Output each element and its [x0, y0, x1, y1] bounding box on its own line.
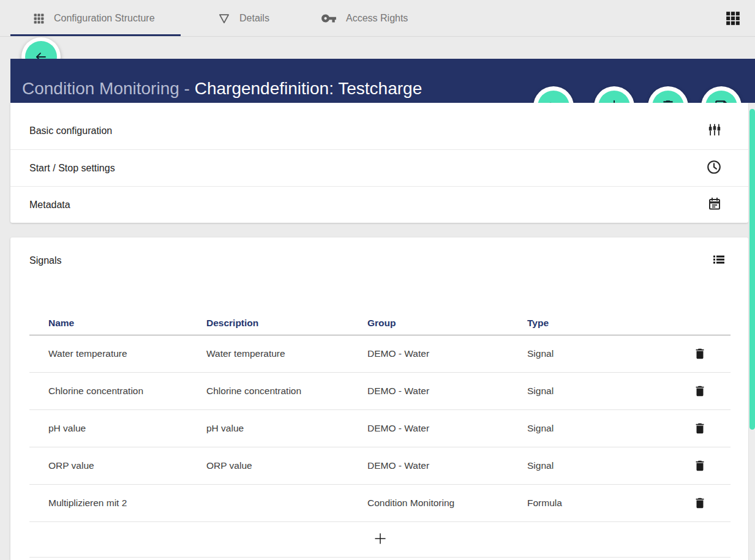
cell-type: Signal	[527, 460, 669, 471]
section-label: Basic configuration	[29, 125, 112, 136]
add-signal-button[interactable]	[29, 522, 731, 558]
delete-row-button[interactable]	[669, 347, 731, 360]
cell-description: pH value	[206, 423, 367, 434]
table-row[interactable]: Multiplizieren mit 2 Condition Monitorin…	[29, 485, 731, 522]
tab-access-rights[interactable]: Access Rights	[321, 0, 408, 37]
top-tab-bar: Configuration Structure Details Access R…	[0, 0, 755, 37]
cell-group: Condition Monitoring	[367, 498, 527, 509]
cell-name: ORP value	[29, 460, 206, 471]
table-row[interactable]: Water temperature Water temperature DEMO…	[29, 335, 731, 373]
plus-icon	[373, 531, 388, 548]
cell-name: Chlorine concentration	[29, 386, 206, 397]
list-icon[interactable]	[712, 252, 726, 269]
signals-table: Name Description Group Type Water temper…	[29, 311, 731, 558]
section-label: Start / Stop settings	[29, 163, 115, 174]
tab-label: Details	[239, 13, 269, 24]
signals-card: Signals Name Description Group Type Wate…	[10, 237, 748, 560]
table-row[interactable]: pH value pH value DEMO - Water Signal	[29, 410, 731, 447]
page-title-main: Chargendefinition: Testcharge	[195, 79, 423, 98]
key-icon	[321, 10, 337, 26]
page-title: Condition Monitoring - Chargendefinition…	[22, 79, 422, 99]
cell-type: Signal	[527, 423, 669, 434]
delete-row-button[interactable]	[669, 459, 731, 472]
cell-description: ORP value	[206, 460, 367, 471]
scrollbar-thumb[interactable]	[749, 109, 755, 430]
cell-name: Multiplizieren mit 2	[29, 498, 206, 509]
cell-type: Signal	[527, 348, 669, 359]
delete-row-button[interactable]	[669, 422, 731, 435]
sliders-icon	[707, 122, 722, 140]
cell-group: DEMO - Water	[367, 423, 527, 434]
apps-grid-icon[interactable]	[725, 10, 742, 28]
configuration-sections-card: Basic configuration Start / Stop setting…	[10, 103, 748, 223]
tab-label: Access Rights	[346, 13, 408, 24]
page-header: Condition Monitoring - Chargendefinition…	[10, 59, 755, 103]
grid-icon	[33, 13, 45, 24]
calendar-icon	[707, 196, 722, 214]
scrollbar-track[interactable]	[748, 104, 755, 560]
cell-group: DEMO - Water	[367, 460, 527, 471]
column-header-description: Description	[206, 318, 367, 329]
cell-description: Water temperature	[206, 348, 367, 359]
cell-name: pH value	[29, 423, 206, 434]
tab-details[interactable]: Details	[218, 0, 269, 37]
active-tab-underline	[10, 34, 181, 36]
tab-label: Configuration Structure	[54, 13, 155, 24]
cell-group: DEMO - Water	[367, 348, 527, 359]
column-header-type: Type	[527, 318, 669, 329]
page-title-prefix: Condition Monitoring -	[22, 79, 195, 98]
cell-type: Formula	[527, 498, 669, 509]
signals-title: Signals	[29, 255, 61, 267]
section-metadata[interactable]: Metadata	[10, 186, 748, 223]
delete-row-button[interactable]	[669, 496, 731, 510]
cell-group: DEMO - Water	[367, 386, 527, 397]
table-row[interactable]: ORP value ORP value DEMO - Water Signal	[29, 447, 731, 485]
signals-table-header: Name Description Group Type	[29, 311, 731, 335]
tab-configuration-structure[interactable]: Configuration Structure	[33, 0, 155, 37]
table-row[interactable]: Chlorine concentration Chlorine concentr…	[29, 373, 731, 410]
cell-name: Water temperature	[29, 348, 206, 359]
delete-row-button[interactable]	[669, 384, 731, 398]
cell-description: Chlorine concentration	[206, 386, 367, 397]
column-header-name: Name	[29, 318, 206, 329]
section-label: Metadata	[29, 200, 70, 211]
section-start-stop-settings[interactable]: Start / Stop settings	[10, 149, 748, 186]
column-header-group: Group	[367, 318, 527, 329]
clock-icon	[706, 159, 722, 177]
section-basic-configuration[interactable]: Basic configuration	[10, 113, 748, 149]
cell-type: Signal	[527, 386, 669, 397]
triangle-icon	[218, 12, 230, 24]
